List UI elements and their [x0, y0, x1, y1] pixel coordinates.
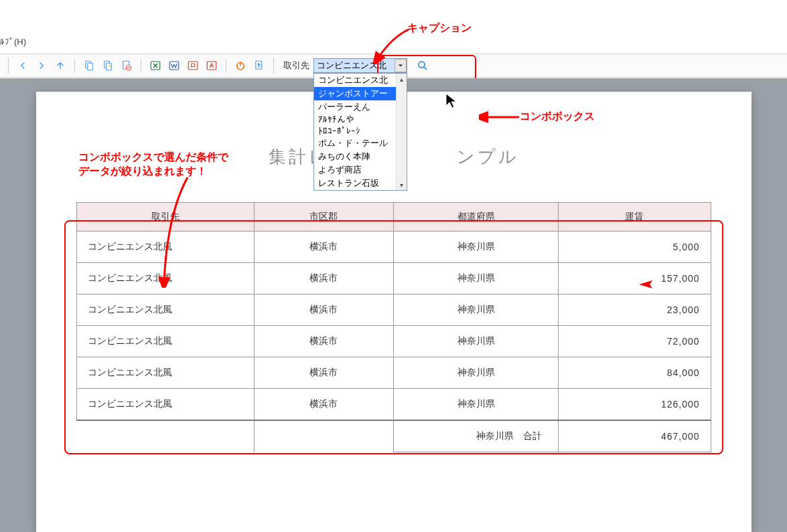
annotation-caption: キャプション — [407, 21, 472, 35]
table-cell: コンビニエンス北風 — [76, 326, 254, 357]
svg-rect-8 — [188, 62, 198, 70]
table-cell: 横浜市 — [254, 232, 393, 263]
table-cell: 神奈川県 — [393, 294, 558, 326]
table-row: コンビニエンス北風横浜市神奈川県84,000 — [76, 357, 711, 389]
column-header: 都道府県 — [393, 203, 558, 232]
export-pdf-button[interactable] — [204, 58, 219, 73]
svg-rect-1 — [88, 63, 93, 70]
table-cell: 23,000 — [559, 294, 711, 326]
table-cell: コンビニエンス北風 — [76, 294, 254, 326]
help-button[interactable]: ? — [252, 58, 267, 73]
copy-button[interactable] — [82, 58, 96, 73]
combo-option[interactable]: よろず商店 — [314, 163, 407, 177]
nav-back-button[interactable] — [15, 58, 30, 73]
nav-forward-button[interactable] — [34, 58, 49, 73]
table-cell: 横浜市 — [254, 263, 393, 294]
table-cell: コンビニエンス北風 — [76, 232, 254, 263]
column-header: 市区郡 — [254, 203, 393, 232]
scroll-down-icon[interactable]: ▾ — [397, 179, 407, 190]
scroll-up-icon[interactable]: ▴ — [397, 74, 407, 84]
table-cell: 神奈川県 — [393, 389, 558, 421]
table-cell: 72,000 — [559, 326, 711, 357]
combo-option[interactable]: ｱﾙﾔﾁんや — [314, 114, 407, 125]
table-row: コンビニエンス北風横浜市神奈川県126,000 — [76, 389, 711, 421]
combo-option[interactable]: みちのく本陣 — [314, 150, 407, 163]
combo-option[interactable]: ﾄﾛｺｰﾎﾟﾚｰｼ — [314, 125, 407, 137]
combo-option[interactable]: ジャンボストアー — [314, 87, 407, 100]
toolbar: ? 取引先 コンビニエンス北 コンビニエンス北ジャンボストアーパーラーえんｱﾙﾔ… — [0, 54, 787, 78]
table-cell: コンビニエンス北風 — [76, 389, 254, 421]
table-cell: コンビニエンス北風 — [76, 357, 254, 389]
table-cell: 神奈川県 — [393, 326, 558, 357]
client-combobox[interactable]: コンビニエンス北 コンビニエンス北ジャンボストアーパーラーえんｱﾙﾔﾁんやﾄﾛｺ… — [313, 58, 407, 73]
power-button[interactable] — [233, 58, 248, 73]
nav-up-button[interactable] — [53, 58, 68, 73]
total-label: 神奈川県 合計 — [393, 420, 558, 452]
table-row: コンビニエンス北風横浜市神奈川県23,000 — [76, 294, 711, 326]
combo-caption-label: 取引先 — [283, 60, 309, 72]
delete-page-button[interactable] — [119, 58, 134, 73]
combo-dropdown-list: コンビニエンス北ジャンボストアーパーラーえんｱﾙﾔﾁんやﾄﾛｺｰﾎﾟﾚｰｼポム・… — [313, 73, 407, 191]
svg-rect-7 — [169, 62, 179, 70]
combo-selected-value: コンビニエンス北 — [314, 59, 395, 72]
table-cell: 神奈川県 — [393, 357, 558, 389]
column-header: 運賃 — [559, 203, 711, 232]
table-row: コンビニエンス北風横浜市神奈川県157,000 — [76, 263, 711, 294]
combo-scrollbar[interactable]: ▴ ▾ — [396, 74, 407, 190]
table-row: コンビニエンス北風横浜市神奈川県72,000 — [76, 326, 711, 357]
combo-option[interactable]: ポム・ド・テール — [314, 137, 407, 150]
menu-help-fragment: ﾙﾌﾟ(H) — [0, 37, 26, 47]
table-cell: 157,000 — [559, 263, 711, 294]
svg-text:?: ? — [257, 62, 260, 68]
table-cell: 神奈川県 — [393, 263, 558, 294]
table-cell: 84,000 — [559, 357, 711, 389]
combo-dropdown-button[interactable] — [395, 59, 407, 72]
table-cell: 神奈川県 — [393, 232, 558, 263]
table-cell: 126,000 — [559, 389, 711, 421]
table-cell: コンビニエンス北風 — [76, 263, 254, 294]
table-cell: 横浜市 — [254, 294, 393, 326]
combo-option[interactable]: コンビニエンス北 — [314, 74, 407, 87]
table-cell: 横浜市 — [254, 357, 393, 389]
export-powerpoint-button[interactable] — [186, 58, 200, 73]
table-cell: 横浜市 — [254, 389, 393, 421]
svg-point-13 — [419, 62, 425, 68]
table-cell: 5,000 — [559, 232, 711, 263]
search-button[interactable] — [415, 58, 430, 73]
table-cell: 横浜市 — [254, 326, 393, 357]
export-word-button[interactable] — [167, 58, 182, 73]
report-table: 取引先市区郡都道府県運賃 コンビニエンス北風横浜市神奈川県5,000コンビニエン… — [76, 202, 711, 452]
export-excel-button[interactable] — [148, 58, 163, 73]
combo-option[interactable]: レストラン石坂 — [314, 177, 407, 190]
column-header: 取引先 — [76, 203, 254, 232]
paste-button[interactable] — [100, 58, 115, 73]
total-value: 467,000 — [559, 420, 711, 452]
combo-option[interactable]: パーラーえん — [314, 100, 407, 114]
table-row: コンビニエンス北風横浜市神奈川県5,000 — [76, 232, 711, 263]
